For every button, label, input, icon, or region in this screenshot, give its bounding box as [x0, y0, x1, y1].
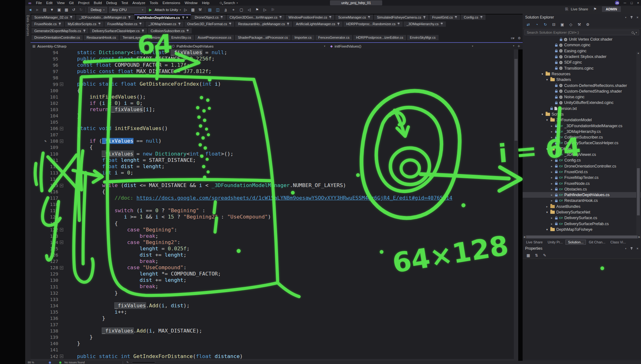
- expander-open-icon[interactable]: ▾: [545, 78, 549, 81]
- fold-toggle-icon[interactable]: [60, 82, 63, 86]
- line-gutter[interactable]: 111: [31, 158, 63, 163]
- bookmark-next-icon[interactable]: ▷: [263, 8, 268, 12]
- tree-item[interactable]: Unlit Vertex Color.shader: [523, 37, 641, 42]
- tab-citygen3dgen-torwrapper-cs[interactable]: CityGen3DGen...torWrapper.cs: [227, 14, 285, 20]
- pin-icon[interactable]: [423, 16, 426, 19]
- code-line[interactable]: 140 }: [31, 340, 518, 347]
- pin-icon[interactable]: [220, 16, 223, 19]
- code-line[interactable]: 100 {: [31, 88, 518, 94]
- line-gutter[interactable]: 116: [31, 189, 63, 194]
- code-line[interactable]: 135 i++;: [31, 309, 518, 315]
- menu-git[interactable]: Git: [67, 0, 76, 6]
- close-icon[interactable]: ×: [637, 15, 638, 19]
- tree-item[interactable]: ▸C#DroneOrientationController.cs: [523, 163, 641, 169]
- pin-icon[interactable]: [440, 22, 443, 26]
- minimize-button[interactable]: ─: [624, 1, 626, 5]
- line-gutter[interactable]: 142: [31, 354, 63, 359]
- menu-extensions[interactable]: Extensions: [160, 0, 182, 6]
- start-outline-icon[interactable]: ▷: [183, 8, 188, 12]
- line-gutter[interactable]: 130: [31, 278, 63, 283]
- breadcrumb-member[interactable]: ◆ initFixedValues()▾: [328, 43, 476, 49]
- expander-closed-icon[interactable]: ▸: [550, 136, 553, 139]
- line-gutter[interactable]: 119: [31, 208, 63, 213]
- tab-pathfinderdepthvalues-cs[interactable]: PathfinderDepthValues.cs×: [134, 14, 191, 20]
- refresh-icon[interactable]: ↻: [543, 22, 548, 27]
- tab-myeditorscripts-cs[interactable]: MyEditorScripts.cs: [65, 21, 104, 27]
- menu-window[interactable]: Window: [182, 0, 200, 6]
- line-gutter[interactable]: 125: [31, 246, 63, 251]
- editor-scrollbar[interactable]: [514, 49, 518, 359]
- pin-icon[interactable]: [70, 16, 72, 19]
- line-gutter[interactable]: 129: [31, 271, 63, 276]
- document-icon[interactable]: ▤: [207, 8, 213, 12]
- pin-icon[interactable]: [337, 22, 340, 26]
- tree-item[interactable]: Custom-DeferredShading.shader: [523, 88, 641, 94]
- fold-toggle-icon[interactable]: [60, 139, 63, 143]
- scroll-right-icon[interactable]: ▶: [638, 236, 640, 238]
- menu-debug[interactable]: Debug: [104, 0, 119, 6]
- code-line[interactable]: 132 }: [31, 290, 518, 296]
- tab--3dfoundatio-delmanager-cs[interactable]: _3DFoundatio...delManager.cs: [76, 14, 133, 20]
- attach-to-unity-button[interactable]: ▶ Attach to Unity ▾: [148, 8, 181, 12]
- line-gutter[interactable]: 107: [31, 132, 63, 137]
- tree-item[interactable]: ▸C#_3DMapHierarchy.cs: [523, 129, 641, 134]
- expander-closed-icon[interactable]: ▸: [550, 222, 553, 225]
- code-line[interactable]: 105: [31, 119, 518, 125]
- line-gutter[interactable]: 112: [31, 164, 63, 169]
- expander-closed-icon[interactable]: ▸: [545, 205, 549, 208]
- menu-test[interactable]: Test: [119, 0, 130, 6]
- person-icon[interactable]: ⚑: [593, 7, 598, 11]
- save-all-icon[interactable]: ▦: [64, 8, 69, 12]
- code-line[interactable]: 111 float lenght = START_DISTANCE;: [31, 157, 518, 163]
- undo-icon[interactable]: ↺: [71, 8, 76, 12]
- tree-item[interactable]: ▸C#Config.cs: [523, 157, 641, 163]
- code-line[interactable]: 138 _fixValues.Add(i, MAX_DISTANCE);: [31, 328, 518, 334]
- code-line[interactable]: 94 static Dictionary<int, float> _fixVal…: [31, 49, 518, 56]
- code-line[interactable]: 123 break;: [31, 233, 518, 239]
- line-gutter[interactable]: 104: [31, 113, 63, 118]
- code-line[interactable]: 104 }: [31, 113, 518, 119]
- expander-closed-icon[interactable]: ▸: [550, 199, 553, 202]
- live-share-button[interactable]: ⎘ Live Share: [564, 7, 588, 11]
- pin-icon[interactable]: [397, 22, 400, 26]
- line-gutter[interactable]: 127: [31, 259, 63, 264]
- line-gutter[interactable]: 122: [31, 227, 63, 232]
- tree-item[interactable]: Custom-DeferredReflections.shader: [523, 82, 641, 88]
- tab-collisionsubscriber-cs[interactable]: CollisionSubscriber.cs: [148, 28, 192, 33]
- expander-closed-icon[interactable]: ▸: [550, 216, 553, 219]
- code-line[interactable]: 112 float dist = lenght;: [31, 163, 518, 170]
- code-line[interactable]: 125 lenght = 0.025f;: [31, 246, 518, 252]
- fold-toggle-icon[interactable]: [60, 184, 63, 187]
- sync-active-document-icon[interactable]: ⇄: [526, 22, 531, 27]
- pin-icon[interactable]: [368, 16, 370, 19]
- pin-icon[interactable]: [83, 29, 86, 32]
- tree-item[interactable]: ▸C#_3DFoundationModelManager.cs: [523, 123, 641, 128]
- redo-icon[interactable]: ↻: [78, 8, 83, 12]
- pickaxe-icon[interactable]: ⚒: [198, 8, 203, 12]
- pin-icon[interactable]: [59, 22, 61, 26]
- tab-scenemanager-02-cs[interactable]: SceneManager_02.cs: [31, 14, 75, 20]
- code-line[interactable]: 98: [31, 75, 518, 81]
- expander-closed-icon[interactable]: ▸: [550, 141, 553, 145]
- new-file-icon[interactable]: ▤: [42, 8, 47, 12]
- code-line[interactable]: 142 public static int GetIndexForDistanc…: [31, 353, 518, 359]
- code-editor[interactable]: 94 static Dictionary<int, float> _fixVal…: [31, 49, 518, 359]
- fold-toggle-icon[interactable]: [60, 127, 63, 130]
- tree-item[interactable]: version.txt: [523, 106, 641, 111]
- line-gutter[interactable]: 95: [31, 56, 63, 61]
- open-folder-icon[interactable]: ▼: [49, 8, 54, 12]
- line-gutter[interactable]: 132: [31, 291, 63, 296]
- code-line[interactable]: 113 int i = 0;: [31, 170, 518, 176]
- fold-toggle-icon[interactable]: [60, 228, 63, 231]
- tab-list-icon[interactable]: ≡▾: [511, 36, 514, 40]
- tree-item[interactable]: Common.cginc: [523, 42, 641, 48]
- tree-item[interactable]: Noise.cginc: [523, 94, 641, 100]
- code-line[interactable]: 124 case "Begining2":: [31, 239, 518, 246]
- menu-help[interactable]: Help: [200, 0, 212, 6]
- chevron-down-icon[interactable]: ▾: [625, 247, 627, 250]
- expander-closed-icon[interactable]: ▸: [550, 153, 553, 156]
- tab-restaurantho-plemanager-cs[interactable]: RestaurantHo...pleManager.cs: [235, 21, 292, 27]
- zoom-level[interactable]: 88 %: [28, 361, 34, 364]
- tree-item[interactable]: ▸AssetBundles: [523, 204, 641, 209]
- line-gutter[interactable]: 136: [31, 316, 63, 321]
